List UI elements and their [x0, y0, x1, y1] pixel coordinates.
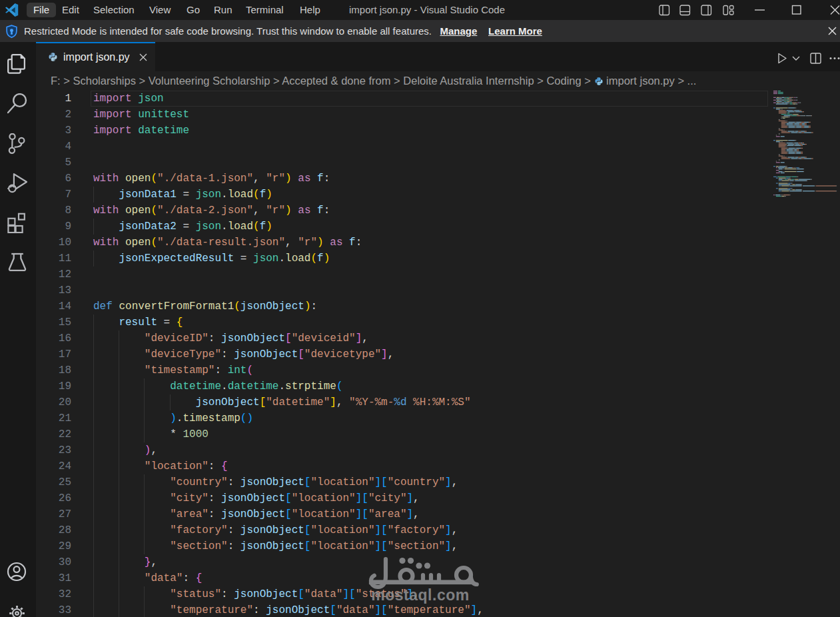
svg-text:mostaql.com: mostaql.com — [371, 586, 469, 604]
